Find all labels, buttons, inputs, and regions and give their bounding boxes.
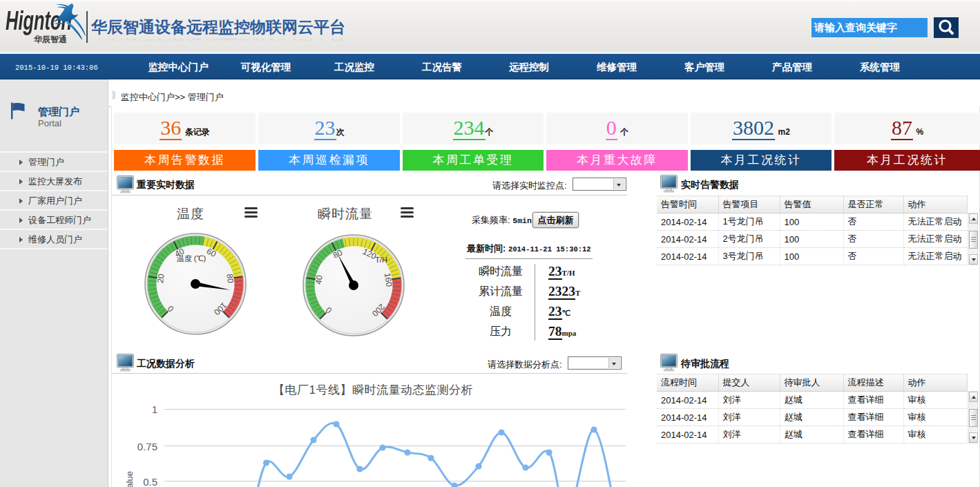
svg-text:温度 (℃): 温度 (℃): [177, 254, 206, 262]
svg-text:80: 80: [224, 273, 236, 284]
svg-text:T/H: T/H: [375, 256, 387, 264]
svg-text:40: 40: [314, 274, 325, 285]
svg-text:20: 20: [155, 273, 166, 284]
